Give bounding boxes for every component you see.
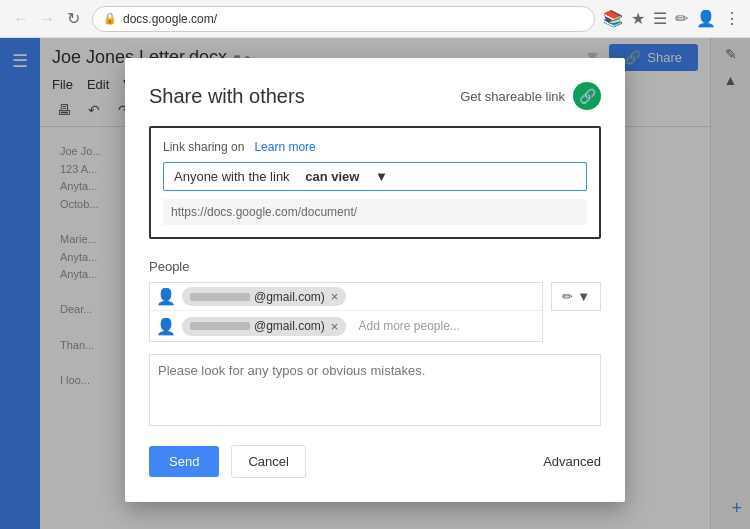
browser-icons: 📚 ★ ☰ ✏ 👤 ⋮ (603, 9, 740, 28)
people-input-row: 👤 @gmail.com) × 👤 @gmail.com) (149, 282, 601, 342)
address-text: docs.google.com/ (123, 12, 584, 26)
back-button[interactable]: ← (10, 8, 32, 30)
share-dialog: Share with others Get shareable link 🔗 L… (125, 58, 625, 502)
person-chip-row-1: 👤 @gmail.com) × (150, 283, 542, 311)
email-suffix-2: @gmail.com) (254, 319, 325, 333)
cancel-button[interactable]: Cancel (231, 445, 305, 478)
email-redacted-1 (190, 293, 250, 301)
star-icon[interactable]: ★ (631, 9, 645, 28)
link-type-text: Anyone with the link (174, 169, 290, 184)
extensions-icon[interactable]: ✏ (675, 9, 688, 28)
browser-chrome: ← → ↻ 🔒 docs.google.com/ 📚 ★ ☰ ✏ 👤 ⋮ (0, 0, 750, 38)
lock-icon: 🔒 (103, 12, 117, 25)
advanced-link[interactable]: Advanced (543, 454, 601, 469)
link-url-fade (507, 199, 587, 225)
get-shareable-link[interactable]: Get shareable link 🔗 (460, 82, 601, 110)
more-icon[interactable]: ⋮ (724, 9, 740, 28)
dialog-title: Share with others (149, 85, 305, 108)
email-chip-1: @gmail.com) × (182, 287, 346, 306)
link-circle-icon: 🔗 (573, 82, 601, 110)
link-url-container (163, 199, 587, 225)
refresh-button[interactable]: ↻ (62, 8, 84, 30)
link-type-selector[interactable]: Anyone with the link can view ▼ (163, 162, 587, 191)
dropdown-btn-icon: ▼ (577, 289, 590, 304)
email-chip-2: @gmail.com) × (182, 317, 346, 336)
message-textarea[interactable] (149, 354, 601, 426)
link-symbol: 🔗 (579, 88, 596, 104)
link-permission-text: can view (305, 169, 359, 184)
forward-button[interactable]: → (36, 8, 58, 30)
edit-permissions-button[interactable]: ✏ ▼ (551, 282, 601, 311)
address-bar[interactable]: 🔒 docs.google.com/ (92, 6, 595, 32)
get-link-label: Get shareable link (460, 89, 565, 104)
person-icon-1: 👤 (156, 287, 176, 306)
profile-icon[interactable]: 👤 (696, 9, 716, 28)
dropdown-arrow-icon: ▼ (375, 169, 388, 184)
person-chip-row-2: 👤 @gmail.com) × Add more people... (150, 311, 542, 341)
learn-more-link[interactable]: Learn more (254, 140, 315, 154)
add-more-people-text[interactable]: Add more people... (352, 315, 465, 337)
link-sharing-section: Link sharing on Learn more Anyone with t… (149, 126, 601, 239)
people-section: People 👤 @gmail.com) × 👤 (149, 259, 601, 342)
modal-overlay: Share with others Get shareable link 🔗 L… (0, 38, 750, 529)
person-icon-2: 👤 (156, 317, 176, 336)
people-chips-area[interactable]: 👤 @gmail.com) × 👤 @gmail.com) (149, 282, 543, 342)
dialog-header: Share with others Get shareable link 🔗 (149, 82, 601, 110)
email-redacted-2 (190, 322, 250, 330)
people-label: People (149, 259, 601, 274)
chip-close-2[interactable]: × (331, 319, 339, 334)
edit-icon: ✏ (562, 289, 573, 304)
dialog-footer: Send Cancel Advanced (149, 445, 601, 478)
nav-buttons: ← → ↻ (10, 8, 84, 30)
send-button[interactable]: Send (149, 446, 219, 477)
bookmarks-icon[interactable]: 📚 (603, 9, 623, 28)
chip-close-1[interactable]: × (331, 289, 339, 304)
link-sharing-label: Link sharing on Learn more (163, 140, 587, 154)
email-suffix-1: @gmail.com) (254, 290, 325, 304)
menu-icon[interactable]: ☰ (653, 9, 667, 28)
